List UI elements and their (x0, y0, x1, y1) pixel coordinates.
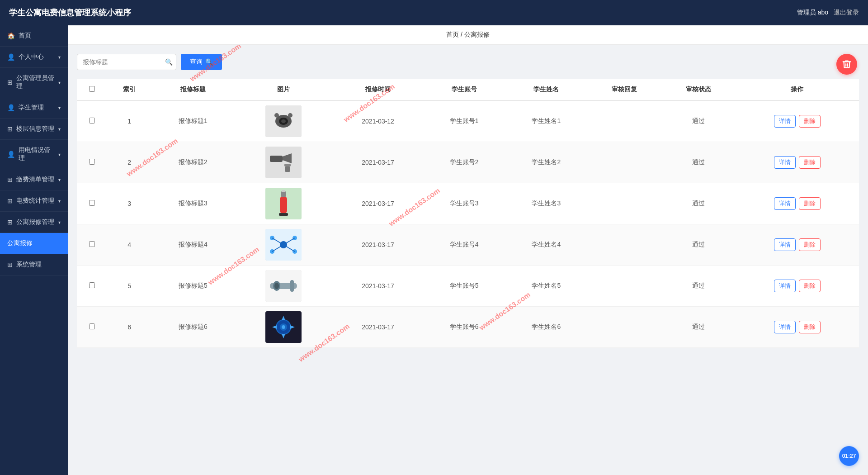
row-checkbox-cell (77, 183, 107, 224)
col-checkbox (77, 79, 107, 100)
detail-button[interactable]: 详情 (774, 197, 796, 210)
timer-text: 01:27 (842, 453, 856, 459)
sidebar-item-repair-mgmt[interactable]: ⊞ 公寓报修管理 ▾ (0, 212, 68, 233)
row-account: 学生账号6 (423, 307, 505, 348)
search-icon[interactable]: 🔍 (165, 58, 173, 66)
row-name: 学生姓名2 (505, 142, 588, 183)
sidebar-item-label: 楼层信息管理 (16, 125, 54, 133)
row-checkbox[interactable] (89, 241, 95, 247)
chevron-down-icon: ▾ (58, 80, 61, 85)
delete-row-button[interactable]: 删除 (799, 238, 821, 251)
detail-button[interactable]: 详情 (774, 115, 796, 128)
delete-row-button[interactable]: 删除 (799, 156, 821, 169)
detail-button[interactable]: 详情 (774, 280, 796, 292)
breadcrumb-home[interactable]: 首页 (446, 31, 459, 38)
sidebar-item-stats[interactable]: ⊞ 电费统计管理 ▾ (0, 190, 68, 212)
row-index: 4 (107, 224, 152, 266)
row-time: 2021-03-17 (333, 224, 423, 266)
row-image (265, 270, 302, 302)
table-row: 4 报修标题4 2021-03-17 学生账号4 学生姓名4 通过 详情 删除 (77, 224, 859, 266)
row-image (265, 147, 302, 178)
sidebar-item-student[interactable]: 👤 学生管理 ▾ (0, 97, 68, 119)
row-status: 通过 (661, 224, 736, 266)
query-button[interactable]: 查询 🔍 (181, 54, 222, 70)
breadcrumb-current: 公寓报修 (464, 31, 490, 38)
row-image (265, 311, 302, 343)
delete-row-button[interactable]: 删除 (799, 321, 821, 333)
sidebar-item-label: 公寓管理员管理 (16, 74, 55, 90)
sidebar-item-floor[interactable]: ⊞ 楼层信息管理 ▾ (0, 119, 68, 140)
chevron-down-icon: ▾ (58, 105, 61, 110)
row-actions: 详情 删除 (736, 183, 859, 224)
person-icon: 👤 (7, 53, 15, 61)
row-checkbox[interactable] (89, 282, 95, 288)
row-title: 报修标题1 (152, 100, 234, 142)
logout-button[interactable]: 退出登录 (834, 9, 859, 17)
svg-point-34 (282, 325, 285, 329)
row-checkbox[interactable] (89, 118, 95, 124)
svg-rect-12 (280, 196, 287, 214)
row-title: 报修标题6 (152, 307, 234, 348)
sidebar-item-label: 首页 (19, 32, 31, 40)
sidebar-item-home[interactable]: 🏠 首页 (0, 25, 68, 47)
row-index: 5 (107, 266, 152, 307)
detail-button[interactable]: 详情 (774, 238, 796, 251)
row-actions: 详情 删除 (736, 142, 859, 183)
col-image: 图片 (234, 79, 333, 100)
row-reply (587, 266, 661, 307)
detail-button[interactable]: 详情 (774, 321, 796, 333)
fab-delete-button[interactable] (836, 54, 857, 75)
sidebar-item-system[interactable]: ⊞ 系统管理 (0, 254, 68, 276)
row-checkbox-cell (77, 100, 107, 142)
sidebar-item-label: 电费统计管理 (16, 197, 54, 205)
sidebar-item-electricity[interactable]: 👤 用电情况管理 ▾ (0, 140, 68, 169)
row-image (265, 188, 302, 219)
student-icon: 👤 (7, 104, 15, 111)
chevron-down-icon: ▾ (58, 127, 61, 132)
sidebar-item-personal[interactable]: 👤 个人中心 ▾ (0, 47, 68, 68)
row-name: 学生姓名4 (505, 224, 588, 266)
svg-point-3 (281, 119, 286, 123)
query-search-icon: 🔍 (205, 58, 213, 66)
delete-row-button[interactable]: 删除 (799, 115, 821, 128)
row-checkbox[interactable] (89, 323, 95, 329)
svg-point-29 (274, 283, 279, 289)
row-time: 2021-03-12 (333, 100, 423, 142)
row-checkbox-cell (77, 142, 107, 183)
row-image (265, 105, 302, 137)
delete-row-button[interactable]: 删除 (799, 280, 821, 292)
row-checkbox[interactable] (89, 200, 95, 206)
sidebar-item-fees[interactable]: ⊞ 缴费清单管理 ▾ (0, 169, 68, 190)
row-checkbox-cell (77, 224, 107, 266)
sidebar: 🏠 首页 👤 个人中心 ▾ ⊞ 公寓管理员管理 ▾ 👤 学生管理 ▾ ⊞ 楼层信… (0, 25, 68, 475)
search-input[interactable] (77, 54, 176, 70)
row-actions: 详情 删除 (736, 224, 859, 266)
timer-bubble[interactable]: 01:27 (839, 446, 859, 466)
top-bar: 学生公寓电费信息管理系统小程序 管理员 abo 退出登录 (0, 0, 868, 25)
svg-rect-9 (284, 164, 291, 166)
row-checkbox[interactable] (89, 159, 95, 165)
sidebar-item-label: 用电情况管理 (19, 146, 55, 162)
detail-button[interactable]: 详情 (774, 156, 796, 169)
row-checkbox-cell (77, 266, 107, 307)
row-title: 报修标题4 (152, 224, 234, 266)
sidebar-item-label: 学生管理 (19, 104, 44, 112)
row-checkbox-cell (77, 307, 107, 348)
col-account: 学生账号 (423, 79, 505, 100)
row-image (265, 229, 302, 261)
sidebar-item-dorm-admin[interactable]: ⊞ 公寓管理员管理 ▾ (0, 68, 68, 97)
select-all-checkbox[interactable] (89, 86, 95, 92)
row-name: 学生姓名5 (505, 266, 588, 307)
row-image-cell (234, 183, 333, 224)
row-title: 报修标题5 (152, 266, 234, 307)
home-icon: 🏠 (7, 32, 15, 39)
repair-mgmt-icon: ⊞ (7, 218, 13, 226)
row-image-cell (234, 307, 333, 348)
row-title: 报修标题3 (152, 183, 234, 224)
svg-point-4 (274, 113, 279, 118)
sidebar-item-repair[interactable]: 公寓报修 (0, 233, 68, 254)
svg-rect-15 (282, 190, 285, 192)
svg-rect-10 (285, 166, 290, 172)
delete-row-button[interactable]: 删除 (799, 197, 821, 210)
col-time: 报修时间 (333, 79, 423, 100)
